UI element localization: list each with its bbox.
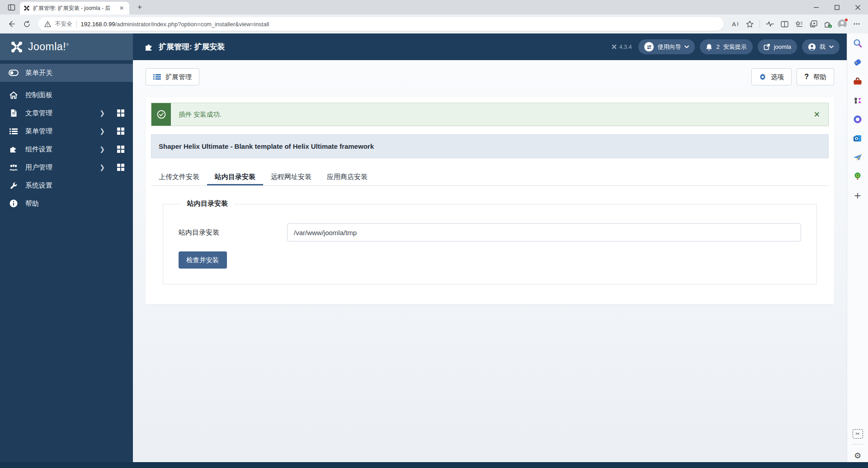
chevron-right-icon: ❯	[99, 146, 105, 153]
help-button[interactable]: ? 帮助	[797, 68, 834, 85]
edge-sidebar-divider	[852, 444, 863, 444]
tab-upload-package[interactable]: 上传文件安装	[151, 168, 207, 185]
add-sidebar-item-icon[interactable]: +	[852, 190, 863, 201]
chevron-right-icon: ❯	[99, 109, 105, 117]
puzzle-icon	[9, 145, 19, 153]
admin-header: Joomla!® 扩展管理: 扩展安装 4.3.4 使用向导 2 安装提示	[0, 33, 847, 60]
navbar-right-icons: A	[728, 17, 863, 31]
install-from-folder-panel: 站内目录安装 站内目录安装 检查并安装	[163, 204, 817, 284]
security-label: 不安全	[55, 20, 72, 28]
tab-title: 扩展管理: 扩展安装 - joomla - 后	[33, 5, 114, 12]
settings-gear-icon[interactable]: ⚙	[852, 450, 863, 461]
joomla-version-icon	[611, 44, 617, 50]
user-menu-button[interactable]: 我	[802, 39, 840, 54]
chevron-right-icon: ❯	[99, 164, 105, 171]
extensions-icon[interactable]	[821, 17, 835, 31]
svg-text:O: O	[855, 137, 859, 141]
external-link-icon	[764, 43, 770, 50]
sidebar-item-dashboard[interactable]: 控制面板	[0, 86, 133, 104]
users-icon	[9, 164, 19, 171]
question-mark-icon: ?	[804, 73, 809, 81]
split-screen-icon[interactable]	[778, 17, 791, 31]
preview-site-button[interactable]: joomla	[758, 39, 797, 54]
extensions-manage-button[interactable]: 扩展管理	[146, 68, 199, 85]
microsoft-365-icon[interactable]	[852, 114, 863, 125]
browser-profile-avatar[interactable]	[835, 17, 849, 31]
back-icon[interactable]	[5, 17, 18, 31]
screenshot-icon[interactable]: ✂	[853, 429, 863, 439]
admin-body: 菜单开关 控制面板 文章管理 ❯ 菜单管理 ❯ 组件设置	[0, 60, 847, 468]
toolbox-icon[interactable]	[852, 76, 863, 87]
template-heading: Shaper Helix Ultimate - Blank template o…	[151, 134, 829, 158]
tab-actions-menu-icon[interactable]	[5, 2, 18, 12]
tab-install-from-url[interactable]: 远程网址安装	[263, 168, 319, 185]
joomla-logo[interactable]: Joomla!®	[0, 33, 133, 60]
admin-sidebar: 菜单开关 控制面板 文章管理 ❯ 菜单管理 ❯ 组件设置	[0, 60, 133, 468]
wrench-icon	[9, 182, 19, 189]
browser-essentials-icon[interactable]	[763, 17, 777, 31]
svg-text:A: A	[732, 21, 736, 28]
alert-close-icon[interactable]: ✕	[806, 103, 828, 126]
games-icon[interactable]	[852, 95, 863, 106]
list-icon	[9, 128, 19, 135]
browser-tab-strip: 扩展管理: 扩展安装 - joomla - 后 ✕ +	[0, 0, 868, 14]
collections-icon[interactable]	[807, 17, 820, 31]
not-secure-warning-icon	[44, 21, 51, 28]
joomla-admin: Joomla!® 扩展管理: 扩展安装 4.3.4 使用向导 2 安装提示	[0, 33, 847, 468]
content-toolbar: 扩展管理 选项 ? 帮助	[146, 68, 834, 85]
drop-icon[interactable]	[852, 152, 863, 163]
edge-sidebar: O + ✂ ⚙	[847, 33, 868, 468]
options-button[interactable]: 选项	[751, 68, 792, 85]
search-icon[interactable]	[852, 38, 863, 49]
url-bar[interactable]: 不安全 192.168.0.99/administrator/index.php…	[38, 17, 724, 31]
sidebar-item-users[interactable]: 用户管理 ❯	[0, 158, 133, 176]
chevron-down-icon	[684, 45, 689, 48]
favorite-star-icon[interactable]	[743, 17, 756, 31]
check-and-install-button[interactable]: 检查并安装	[179, 251, 227, 269]
tree-icon[interactable]	[852, 171, 863, 182]
outlook-icon[interactable]: O	[852, 133, 863, 144]
page-title: 扩展管理: 扩展安装	[133, 42, 225, 52]
grid-icon[interactable]	[117, 164, 124, 171]
wizard-button[interactable]: 使用向导	[638, 39, 695, 54]
tab-install-from-web[interactable]: 应用商店安装	[319, 168, 375, 185]
bell-icon	[706, 43, 712, 51]
file-text-icon	[9, 109, 19, 117]
url-text: 192.168.0.99/administrator/index.php?opt…	[81, 21, 269, 28]
sidebar-item-menu-toggle[interactable]: 菜单开关	[0, 64, 133, 82]
chevron-down-icon	[829, 45, 834, 48]
browser-tab[interactable]: 扩展管理: 扩展安装 - joomla - 后 ✕	[20, 2, 129, 14]
sidebar-item-content[interactable]: 文章管理 ❯	[0, 104, 133, 122]
folder-path-input[interactable]	[287, 223, 801, 241]
chevron-right-icon: ❯	[99, 128, 105, 135]
success-alert: 插件 安装成功. ✕	[151, 103, 829, 126]
url-separator	[76, 20, 77, 28]
toolbar-right: 选项 ? 帮助	[751, 68, 834, 85]
home-icon	[9, 91, 19, 99]
sidebar-item-help[interactable]: 帮助	[0, 194, 133, 213]
notifications-button[interactable]: 2 安装提示	[700, 39, 752, 54]
sidebar-item-menus[interactable]: 菜单管理 ❯	[0, 122, 133, 140]
browser-navbar: 不安全 192.168.0.99/administrator/index.php…	[0, 14, 868, 33]
grid-icon[interactable]	[117, 128, 124, 135]
favorites-bar-icon[interactable]	[792, 17, 806, 31]
grid-icon[interactable]	[117, 109, 124, 117]
refresh-icon[interactable]	[20, 17, 33, 31]
maximize-icon[interactable]	[826, 0, 847, 14]
gear-icon	[759, 73, 766, 80]
tab-install-from-folder[interactable]: 站内目录安装	[207, 168, 263, 185]
close-window-icon[interactable]	[847, 0, 868, 14]
minimize-icon[interactable]	[806, 0, 826, 14]
new-tab-button[interactable]: +	[135, 3, 145, 12]
read-aloud-icon[interactable]: A	[728, 17, 742, 31]
sidebar-item-components[interactable]: 组件设置 ❯	[0, 140, 133, 158]
grid-icon[interactable]	[117, 146, 124, 153]
navbar-divider	[760, 20, 760, 28]
shopping-icon[interactable]	[852, 57, 863, 68]
alert-message: 插件 安装成功.	[171, 103, 806, 126]
joomla-favicon	[24, 5, 30, 11]
tab-close-icon[interactable]: ✕	[118, 5, 126, 11]
user-icon	[808, 43, 816, 51]
sidebar-item-system[interactable]: 系统设置	[0, 176, 133, 194]
more-menu-icon[interactable]	[850, 17, 863, 31]
